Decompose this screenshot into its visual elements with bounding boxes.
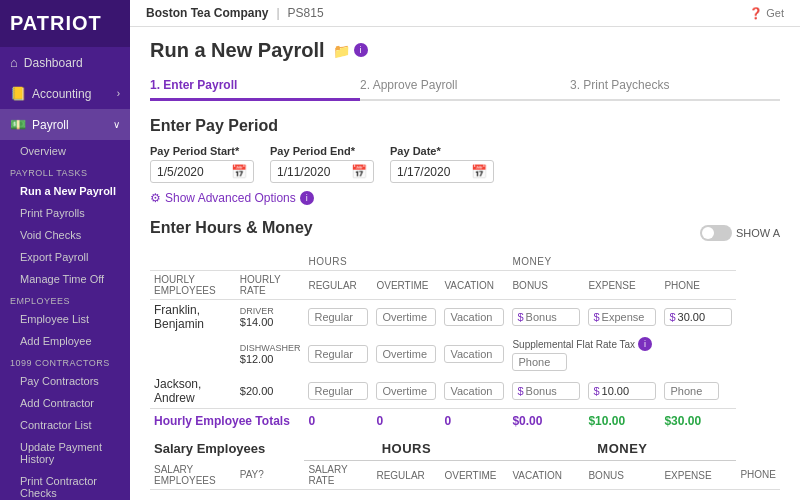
salary-money-header: MONEY xyxy=(508,431,736,461)
calendar-icon-2[interactable]: 📅 xyxy=(351,164,367,179)
sidebar-item-payroll[interactable]: 💵 Payroll ∨ xyxy=(0,109,130,140)
sup-phone-input[interactable] xyxy=(512,353,567,371)
sidebar-item-contractor-list[interactable]: Contractor List xyxy=(0,414,130,436)
expense-input[interactable] xyxy=(602,311,647,323)
pay-period-start-input[interactable] xyxy=(157,165,227,179)
sidebar-item-print-checks[interactable]: Print Contractor Checks xyxy=(0,470,130,500)
calendar-icon[interactable]: 📅 xyxy=(231,164,247,179)
sidebar-item-print-payrolls[interactable]: Print Payrolls xyxy=(0,202,130,224)
vacation-input-3[interactable] xyxy=(444,382,504,400)
step-approve-payroll[interactable]: 2. Approve Payroll xyxy=(360,72,570,101)
totals-vacation: 0 xyxy=(440,409,508,432)
expense-input-wrapper-3[interactable]: $ xyxy=(588,382,656,400)
info-circle-icon[interactable]: i xyxy=(354,43,368,57)
regular-cell-2[interactable] xyxy=(304,334,372,374)
expense-cell-3[interactable]: $ xyxy=(584,374,660,409)
regular-cell-3[interactable] xyxy=(304,374,372,409)
phone-cell[interactable]: $ xyxy=(660,300,736,335)
pay-period-start-input-wrapper[interactable]: 📅 xyxy=(150,160,254,183)
overtime-input-2[interactable] xyxy=(376,345,436,363)
phone-input[interactable] xyxy=(678,311,723,323)
totals-bonus: $0.00 xyxy=(508,409,584,432)
bonus-input[interactable] xyxy=(526,311,571,323)
th-expense: Expense xyxy=(584,271,660,300)
pay-date-input-wrapper[interactable]: 📅 xyxy=(390,160,494,183)
regular-input[interactable] xyxy=(308,308,368,326)
sidebar-item-overview[interactable]: Overview xyxy=(0,140,130,162)
dollar-icon-2: $ xyxy=(593,311,599,323)
pay-period-end-input-wrapper[interactable]: 📅 xyxy=(270,160,374,183)
sidebar-item-manage-time-off[interactable]: Manage Time Off xyxy=(0,268,130,290)
contractors-header: 1099 CONTRACTORS xyxy=(0,352,130,370)
overtime-cell-2[interactable] xyxy=(372,334,440,374)
vacation-cell-3[interactable] xyxy=(440,374,508,409)
sup-info-icon[interactable]: i xyxy=(638,337,652,351)
sidebar-item-dashboard[interactable]: ⌂ Dashboard xyxy=(0,47,130,78)
phone-cell-3[interactable] xyxy=(660,374,736,409)
overtime-cell[interactable] xyxy=(372,300,440,335)
page-title-row: Run a New Payroll 📁 i xyxy=(150,39,780,62)
salary-headers-row: Salary Employees Pay? Salary Rate Regula… xyxy=(150,461,780,490)
sidebar-item-add-contractor[interactable]: Add Contractor xyxy=(0,392,130,414)
get-button[interactable]: ❓ Get xyxy=(749,7,784,20)
sidebar-item-employee-list[interactable]: Employee List xyxy=(0,308,130,330)
calendar-icon-3[interactable]: 📅 xyxy=(471,164,487,179)
employee-name-3: Jackson, Andrew xyxy=(150,374,236,409)
sidebar-item-add-employee[interactable]: Add Employee xyxy=(0,330,130,352)
step-print-paychecks[interactable]: 3. Print Paychecks xyxy=(570,72,780,101)
totals-regular: 0 xyxy=(304,409,372,432)
vacation-input-2[interactable] xyxy=(444,345,504,363)
overtime-input[interactable] xyxy=(376,308,436,326)
bonus-input-3[interactable] xyxy=(526,385,571,397)
regular-input-2[interactable] xyxy=(308,345,368,363)
bonus-input-wrapper-3[interactable]: $ xyxy=(512,382,580,400)
step-1-label: 1. Enter Payroll xyxy=(150,78,237,92)
advanced-info-icon[interactable]: i xyxy=(300,191,314,205)
chevron-right-icon: › xyxy=(117,88,120,99)
sidebar-item-pay-contractors[interactable]: Pay Contractors xyxy=(0,370,130,392)
overtime-cell-3[interactable] xyxy=(372,374,440,409)
gear-icon: ⚙ xyxy=(150,191,161,205)
step-enter-payroll[interactable]: 1. Enter Payroll xyxy=(150,72,360,101)
overtime-input-3[interactable] xyxy=(376,382,436,400)
folder-icon[interactable]: 📁 xyxy=(333,43,350,59)
sidebar-item-export-payroll[interactable]: Export Payroll xyxy=(0,246,130,268)
toggle-show[interactable]: SHOW A xyxy=(700,225,780,241)
pay-period-end-input[interactable] xyxy=(277,165,347,179)
totals-overtime: 0 xyxy=(372,409,440,432)
phone-input-wrapper[interactable]: $ xyxy=(664,308,732,326)
dollar-icon-3: $ xyxy=(669,311,675,323)
sidebar-item-run-payroll[interactable]: Run a New Payroll xyxy=(0,180,130,202)
th-money-group: MONEY xyxy=(508,253,736,271)
advanced-options[interactable]: ⚙ Show Advanced Options i xyxy=(150,191,780,205)
expense-input-wrapper[interactable]: $ xyxy=(588,308,656,326)
sidebar-item-void-checks[interactable]: Void Checks xyxy=(0,224,130,246)
company-code: PS815 xyxy=(288,6,324,20)
pay-period-end-label: Pay Period End* xyxy=(270,145,374,157)
phone-input-3[interactable] xyxy=(664,382,719,400)
vacation-input[interactable] xyxy=(444,308,504,326)
hours-money-section-title: Enter Hours & Money xyxy=(150,219,313,237)
table-row: Jackson, Andrew $20.00 xyxy=(150,374,780,409)
regular-cell[interactable] xyxy=(304,300,372,335)
logo: PATRIOT xyxy=(0,0,130,47)
th-overtime: Overtime xyxy=(372,271,440,300)
th-salary-rate: Salary Rate xyxy=(304,461,372,490)
sidebar-item-update-payment[interactable]: Update Payment History xyxy=(0,436,130,470)
bonus-cell-3[interactable]: $ xyxy=(508,374,584,409)
regular-input-3[interactable] xyxy=(308,382,368,400)
pay-period-end-field: Pay Period End* 📅 xyxy=(270,145,374,183)
step-2-label: 2. Approve Payroll xyxy=(360,78,457,92)
sidebar-item-accounting[interactable]: 📒 Accounting › xyxy=(0,78,130,109)
employee-name-2 xyxy=(150,334,236,374)
employee-rate: DRIVER $14.00 xyxy=(236,300,305,335)
vacation-cell[interactable] xyxy=(440,300,508,335)
expense-cell[interactable]: $ xyxy=(584,300,660,335)
expense-input-3[interactable] xyxy=(602,385,647,397)
salary-hours-header: HOURS xyxy=(304,431,508,461)
pay-date-input[interactable] xyxy=(397,165,467,179)
vacation-cell-2[interactable] xyxy=(440,334,508,374)
bonus-cell[interactable]: $ xyxy=(508,300,584,335)
toggle-switch[interactable] xyxy=(700,225,732,241)
bonus-input-wrapper[interactable]: $ xyxy=(512,308,580,326)
